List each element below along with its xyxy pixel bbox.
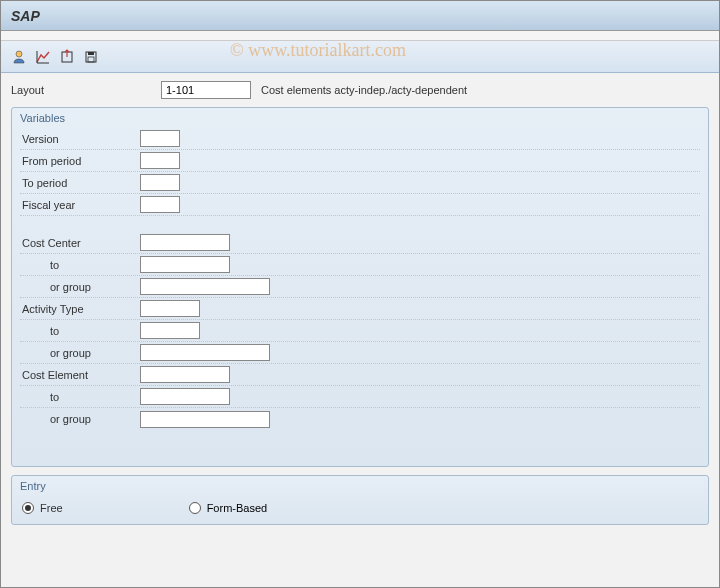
activity-type-group-row: or group [20, 342, 700, 364]
radio-free-label: Free [40, 502, 63, 514]
to-period-input[interactable] [140, 174, 180, 191]
spacer [20, 216, 700, 232]
cost-element-label: Cost Element [20, 369, 140, 381]
from-period-label: From period [20, 155, 140, 167]
app-title: SAP [11, 8, 40, 24]
cost-element-row: Cost Element [20, 364, 700, 386]
activity-type-to-row: to [20, 320, 700, 342]
entry-options: Free Form-Based [20, 496, 700, 516]
radio-form-based-label: Form-Based [207, 502, 268, 514]
cost-element-to-row: to [20, 386, 700, 408]
title-bar: SAP [1, 1, 719, 31]
svg-point-0 [16, 51, 22, 57]
user-icon[interactable] [9, 47, 29, 67]
cost-center-group-label: or group [20, 281, 140, 293]
cost-element-group-label: or group [20, 413, 140, 425]
layout-input[interactable] [161, 81, 251, 99]
cost-center-group-row: or group [20, 276, 700, 298]
menu-strip [1, 31, 719, 41]
cost-center-label: Cost Center [20, 237, 140, 249]
activity-type-input[interactable] [140, 300, 200, 317]
cost-center-to-input[interactable] [140, 256, 230, 273]
version-input[interactable] [140, 130, 180, 147]
version-label: Version [20, 133, 140, 145]
version-row: Version [20, 128, 700, 150]
to-period-label: To period [20, 177, 140, 189]
layout-label: Layout [11, 84, 161, 96]
cost-center-to-label: to [20, 259, 140, 271]
save-icon[interactable] [81, 47, 101, 67]
to-period-row: To period [20, 172, 700, 194]
cost-element-input[interactable] [140, 366, 230, 383]
cost-center-input[interactable] [140, 234, 230, 251]
from-period-input[interactable] [140, 152, 180, 169]
cost-element-group-row: or group [20, 408, 700, 430]
radio-free[interactable] [22, 502, 34, 514]
radio-form-based[interactable] [189, 502, 201, 514]
layout-description: Cost elements acty-indep./acty-dependent [261, 84, 467, 96]
svg-rect-4 [88, 52, 94, 55]
variables-groupbox: Variables Version From period To period … [11, 107, 709, 467]
svg-rect-5 [88, 57, 94, 62]
entry-title: Entry [20, 480, 700, 492]
activity-type-label: Activity Type [20, 303, 140, 315]
content-area: Layout Cost elements acty-indep./acty-de… [1, 73, 719, 541]
activity-type-group-input[interactable] [140, 344, 270, 361]
cost-element-group-input[interactable] [140, 411, 270, 428]
cost-element-to-input[interactable] [140, 388, 230, 405]
activity-type-row: Activity Type [20, 298, 700, 320]
chart-icon[interactable] [33, 47, 53, 67]
cost-center-to-row: to [20, 254, 700, 276]
export-icon[interactable] [57, 47, 77, 67]
fiscal-year-input[interactable] [140, 196, 180, 213]
toolbar [1, 41, 719, 73]
fiscal-year-label: Fiscal year [20, 199, 140, 211]
activity-type-group-label: or group [20, 347, 140, 359]
activity-type-to-label: to [20, 325, 140, 337]
layout-row: Layout Cost elements acty-indep./acty-de… [11, 81, 709, 99]
entry-groupbox: Entry Free Form-Based [11, 475, 709, 525]
activity-type-to-input[interactable] [140, 322, 200, 339]
from-period-row: From period [20, 150, 700, 172]
variables-title: Variables [20, 112, 700, 124]
cost-center-group-input[interactable] [140, 278, 270, 295]
cost-center-row: Cost Center [20, 232, 700, 254]
fiscal-year-row: Fiscal year [20, 194, 700, 216]
cost-element-to-label: to [20, 391, 140, 403]
